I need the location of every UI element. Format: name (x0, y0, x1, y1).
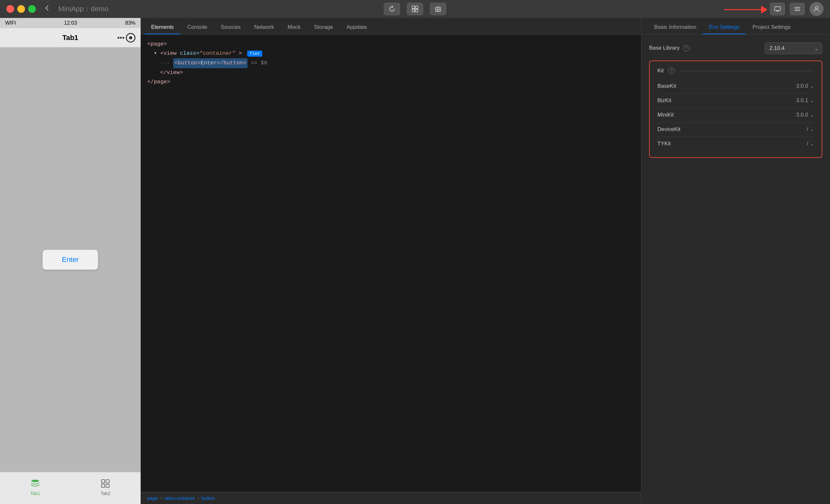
close-button[interactable] (6, 5, 14, 13)
kit-row-tykit: TYKit / ⌄ (658, 136, 814, 151)
minikit-chevron-icon[interactable]: ⌄ (810, 113, 814, 118)
code-line-1: <page> (147, 40, 635, 49)
kit-header: Kit ? (658, 68, 814, 74)
robot-button[interactable] (430, 3, 446, 15)
tab2-label: Tab2 (100, 491, 110, 496)
tab-elements[interactable]: Elements (145, 22, 180, 34)
breadcrumb-button[interactable]: button (201, 495, 215, 501)
bizkit-version: 3.0.1 (796, 97, 808, 104)
phone-content: Enter (0, 48, 140, 472)
svg-rect-12 (106, 480, 109, 483)
code-line-4: </view> (147, 68, 635, 77)
phone-simulator: WIFI 12:03 83% Tab1 ••• Enter (0, 18, 141, 504)
svg-point-5 (437, 9, 438, 10)
tab-basic-information[interactable]: Basic Information (648, 22, 703, 34)
tab-appdata[interactable]: Appdata (340, 22, 373, 34)
breadcrumb-page[interactable]: page (147, 495, 158, 501)
breadcrumb-view[interactable]: view.container (165, 495, 195, 501)
tab-storage[interactable]: Storage (308, 22, 340, 34)
tykit-version: / (807, 140, 808, 147)
avatar-button[interactable] (809, 2, 824, 16)
basekit-chevron-icon[interactable]: ⌄ (810, 84, 814, 89)
tab-sources[interactable]: Sources (214, 22, 247, 34)
phone-nav-dots: ••• (117, 34, 125, 42)
tab-network[interactable]: Network (248, 22, 281, 34)
tab1-label: Tab1 (30, 491, 40, 496)
record-inner (129, 36, 132, 39)
devicekit-chevron-icon[interactable]: ⌄ (810, 127, 814, 132)
devtools-code-view: <page> ▾ <view class="container" > flex … (141, 35, 641, 492)
right-panel-content: Base Library ? 2.10.4 Kit ? (641, 35, 830, 504)
tab-mock[interactable]: Mock (281, 22, 307, 34)
svg-point-9 (815, 6, 818, 9)
record-button[interactable] (126, 33, 135, 42)
minikit-name: MiniKit (658, 112, 796, 118)
basekit-name: BaseKit (658, 83, 796, 89)
svg-point-6 (438, 9, 440, 10)
svg-rect-8 (775, 7, 780, 10)
kit-row-devicekit: DeviceKit / ⌄ (658, 122, 814, 136)
svg-rect-0 (412, 6, 415, 9)
tab-console[interactable]: Console (181, 22, 214, 34)
arrow-annotation (721, 3, 772, 18)
tab-env-settings[interactable]: Env Settings (703, 22, 746, 34)
kit-section: Kit ? BaseKit 3.0.0 ⌄ BizKit 3.0.1 ⌄ Min… (649, 61, 822, 158)
fullscreen-button[interactable] (28, 5, 36, 13)
code-line-3: ··· <button>Enter</button> == $0 (147, 58, 635, 68)
base-library-label: Base Library ? (649, 45, 765, 52)
time-label: 12:03 (64, 20, 77, 26)
devicekit-version: / (807, 126, 808, 132)
traffic-lights (6, 5, 36, 13)
phone-status-bar: WIFI 12:03 83% (0, 18, 140, 28)
basekit-version: 3.0.0 (796, 83, 808, 89)
main-area: WIFI 12:03 83% Tab1 ••• Enter (0, 18, 830, 504)
minikit-version: 3.0.0 (796, 112, 808, 118)
tab-project-settings[interactable]: Project Settings (746, 22, 797, 34)
app-title: MiniApp：demo (58, 4, 108, 14)
right-panel-tabs: Basic Information Env Settings Project S… (641, 18, 830, 35)
base-library-help-icon[interactable]: ? (683, 45, 690, 52)
svg-rect-11 (101, 480, 105, 483)
svg-rect-3 (415, 9, 418, 12)
inspect-button[interactable] (407, 3, 423, 15)
kit-row-bizkit: BizKit 3.0.1 ⌄ (658, 93, 814, 107)
svg-rect-14 (106, 484, 109, 487)
devtools-tabs: Elements Console Sources Network Mock St… (141, 18, 641, 35)
svg-rect-2 (412, 9, 415, 12)
tykit-chevron-icon[interactable]: ⌄ (810, 141, 814, 146)
code-line-2: ▾ <view class="container" > flex (147, 49, 635, 58)
tab2-icon (99, 477, 111, 490)
menu-button[interactable] (790, 3, 805, 15)
svg-point-10 (31, 480, 39, 482)
phone-tab-tab2[interactable]: Tab2 (99, 477, 111, 496)
bizkit-name: BizKit (658, 97, 796, 104)
base-library-select[interactable]: 2.10.4 (765, 42, 822, 54)
bizkit-chevron-icon[interactable]: ⌄ (810, 98, 814, 103)
title-bar: MiniApp：demo (0, 0, 830, 18)
devtools-panel: Elements Console Sources Network Mock St… (141, 18, 641, 504)
kit-title: Kit (658, 68, 664, 74)
back-button[interactable] (43, 4, 51, 13)
base-library-row: Base Library ? 2.10.4 (649, 42, 822, 54)
tykit-name: TYKit (658, 140, 807, 147)
phone-nav-bar: Tab1 ••• (0, 28, 140, 48)
kit-row-basekit: BaseKit 3.0.0 ⌄ (658, 79, 814, 93)
kit-row-minikit: MiniKit 3.0.0 ⌄ (658, 107, 814, 122)
svg-rect-13 (101, 484, 105, 487)
battery-label: 83% (125, 20, 135, 26)
code-line-5: </page> (147, 77, 635, 87)
phone-tab-tab1[interactable]: Tab1 (29, 477, 41, 496)
svg-point-7 (438, 6, 438, 7)
flex-badge: flex (247, 51, 262, 57)
toolbar-center (384, 3, 446, 15)
titlebar-right (770, 2, 824, 16)
refresh-button[interactable] (384, 3, 400, 15)
svg-rect-1 (415, 6, 418, 9)
enter-button[interactable]: Enter (42, 250, 98, 270)
base-library-select-wrapper: 2.10.4 (765, 42, 822, 54)
wifi-label: WIFI (5, 20, 16, 26)
kit-help-icon[interactable]: ? (668, 68, 675, 74)
minimize-button[interactable] (17, 5, 25, 13)
right-panel: Basic Information Env Settings Project S… (641, 18, 830, 504)
selected-code: <button>Enter</button> (173, 58, 248, 68)
